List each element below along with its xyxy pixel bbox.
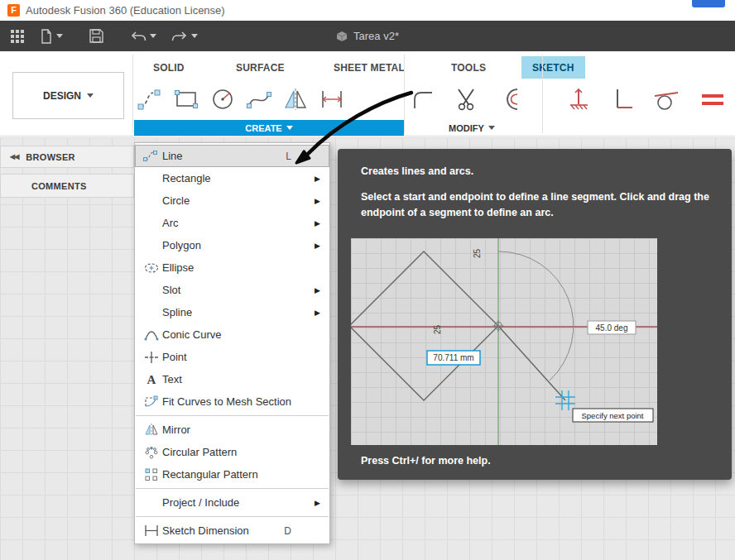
fillet-tool-icon: [410, 86, 436, 112]
tooltip-title: Creates lines and arcs.: [361, 165, 709, 177]
file-menu-caret-icon: [56, 34, 63, 38]
rectangular-pattern-icon: [140, 468, 162, 481]
menu-item-spline[interactable]: Spline ▶: [135, 301, 329, 323]
text-icon: A: [140, 373, 162, 385]
document-title: Tarea v2*: [353, 30, 399, 42]
submenu-arrow-icon: ▶: [315, 242, 320, 250]
equal-constraint-button[interactable]: [697, 82, 728, 117]
svg-text:45.0 deg: 45.0 deg: [596, 323, 628, 333]
spline-tool-button[interactable]: [243, 82, 275, 117]
ribbon-separator: [132, 55, 133, 133]
point-icon: [140, 351, 162, 364]
workspace-label: DESIGN: [43, 90, 81, 102]
comments-panel-header[interactable]: COMMENTS: [0, 174, 134, 198]
comments-label: COMMENTS: [31, 181, 87, 191]
perpendicular-constraint-icon: [609, 86, 636, 112]
redo-button[interactable]: [171, 29, 198, 44]
menu-item-sketch-dimension[interactable]: Sketch Dimension D: [135, 519, 329, 542]
titlebar: F Autodesk Fusion 360 (Education License…: [0, 0, 735, 21]
line-tool-icon: [137, 86, 163, 112]
tab-sheet-metal[interactable]: SHEET METAL: [323, 56, 416, 79]
document-tab[interactable]: Tarea v2*: [336, 21, 399, 51]
tab-tools[interactable]: TOOLS: [440, 56, 497, 79]
menu-item-line[interactable]: Line L: [135, 145, 329, 167]
fixed-constraint-button[interactable]: [563, 82, 594, 117]
modify-label: MODIFY: [449, 123, 484, 133]
line-icon: [140, 150, 162, 162]
menu-item-text[interactable]: A Text: [135, 368, 329, 390]
submenu-arrow-icon: ▶: [315, 499, 320, 507]
tab-sketch[interactable]: SKETCH: [521, 56, 585, 79]
file-icon: [40, 29, 53, 44]
menu-item-circle[interactable]: Circle ▶: [135, 189, 329, 212]
sketch-line-segment: [498, 326, 565, 400]
tooltip-preview-image: 25 25 70.711 mm 45.0 deg: [351, 238, 657, 445]
menu-item-fit-curves[interactable]: Fit Curves to Mesh Section: [135, 390, 329, 413]
tab-surface[interactable]: SURFACE: [225, 56, 295, 79]
menu-item-mirror[interactable]: Mirror: [135, 419, 329, 441]
circle-tool-button[interactable]: [207, 82, 238, 117]
menu-item-label: Ellipse: [162, 261, 323, 274]
quick-access-toolbar: Tarea v2*: [0, 21, 735, 51]
submenu-arrow-icon: ▶: [315, 309, 320, 317]
svg-text:70.711 mm: 70.711 mm: [433, 353, 473, 362]
tooltip-footer: Press Ctrl+/ for more help.: [361, 455, 491, 467]
scissors-icon: [454, 86, 480, 112]
menu-item-label: Sketch Dimension: [162, 524, 284, 537]
app-launcher-button[interactable]: [10, 29, 25, 44]
fixed-constraint-icon: [565, 86, 592, 112]
fusion-logo-icon: F: [7, 4, 20, 17]
menu-item-polygon[interactable]: Polygon ▶: [135, 234, 329, 256]
menu-item-shortcut: D: [284, 525, 291, 537]
offset-tool-button[interactable]: [495, 82, 526, 117]
perpendicular-constraint-button[interactable]: [607, 82, 638, 117]
line-tooltip-panel: Creates lines and arcs. Select a start a…: [338, 149, 732, 480]
menu-item-circular-pattern[interactable]: Circular Pattern: [135, 441, 329, 463]
undo-button[interactable]: [130, 29, 156, 44]
sketch-square: [351, 251, 498, 400]
length-input[interactable]: 70.711 mm: [427, 351, 480, 365]
menu-item-label: Circle: [162, 194, 315, 207]
trim-tool-button[interactable]: [451, 82, 483, 117]
menu-item-rectangular-pattern[interactable]: Rectangular Pattern: [135, 463, 329, 486]
menu-item-ellipse[interactable]: Ellipse: [135, 256, 329, 279]
tangent-constraint-button[interactable]: [651, 82, 682, 117]
menu-item-rectangle[interactable]: Rectangle ▶: [135, 167, 329, 189]
menu-item-label: Spline: [162, 306, 315, 318]
menu-item-label: Fit Curves to Mesh Section: [162, 395, 323, 408]
angle-input[interactable]: 45.0 deg: [588, 321, 636, 334]
submenu-arrow-icon: ▶: [315, 286, 320, 294]
canvas[interactable]: ◀◀ BROWSER COMMENTS Line L Rectangle ▶: [0, 137, 735, 560]
menu-separator: [136, 488, 329, 489]
rectangle-tool-button[interactable]: [171, 82, 202, 117]
spline-tool-icon: [246, 86, 272, 112]
ribbon: DESIGN SOLID SURFACE SHEET METAL TOOLS S…: [0, 51, 735, 136]
save-button[interactable]: [89, 29, 103, 43]
browser-button-fragment[interactable]: [692, 0, 725, 7]
dimension-left: 25: [433, 324, 442, 334]
workspace-selector[interactable]: DESIGN: [12, 72, 124, 119]
dimension-top: 25: [473, 248, 482, 258]
dimension-tool-button[interactable]: [316, 82, 348, 117]
mirror-tool-button[interactable]: [280, 82, 311, 117]
line-tool-button[interactable]: [134, 82, 166, 117]
create-panel-header[interactable]: CREATE: [134, 120, 404, 136]
fillet-tool-button[interactable]: [407, 82, 439, 117]
tab-solid[interactable]: SOLID: [142, 56, 195, 79]
menu-item-point[interactable]: Point: [135, 346, 329, 368]
menu-item-slot[interactable]: Slot ▶: [135, 279, 329, 301]
tangent-constraint-icon: [653, 86, 680, 112]
app-title: Autodesk Fusion 360 (Education License): [26, 4, 225, 17]
browser-panel-header[interactable]: ◀◀ BROWSER: [0, 146, 134, 168]
redo-icon: [171, 29, 188, 44]
sketch-preview: 25 25 70.711 mm 45.0 deg: [351, 238, 657, 445]
file-menu-button[interactable]: [40, 29, 63, 44]
menu-item-conic-curve[interactable]: Conic Curve: [135, 323, 329, 346]
mirror-icon: [140, 424, 162, 436]
menu-item-project-include[interactable]: Project / Include ▶: [135, 491, 329, 514]
mirror-tool-icon: [282, 86, 309, 112]
modify-panel-header[interactable]: MODIFY: [404, 120, 540, 136]
menu-item-arc[interactable]: Arc ▶: [135, 212, 329, 234]
circle-tool-icon: [209, 86, 236, 112]
sketch-dimension-icon: [140, 524, 162, 537]
